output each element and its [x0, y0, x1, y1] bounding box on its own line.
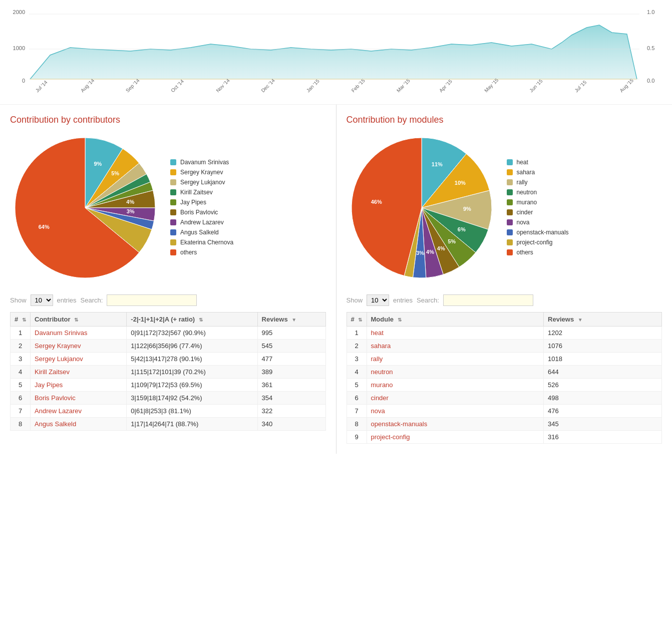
legend-color [170, 219, 176, 225]
col-module[interactable]: Module ⇅ [367, 313, 544, 327]
legend-item: Andrew Lazarev [170, 219, 233, 226]
svg-text:Jul '14: Jul '14 [35, 79, 49, 93]
svg-text:3%: 3% [127, 208, 135, 214]
col-stats[interactable]: -2|-1|+1|+2|A (+ ratio) ⇅ [127, 313, 257, 327]
table-row: 2 sahara 1076 [347, 340, 662, 353]
svg-text:0.5: 0.5 [647, 45, 654, 51]
row-module[interactable]: openstack-manuals [367, 418, 544, 431]
contributors-show-select[interactable]: 102550 [31, 294, 53, 306]
table-row: 8 openstack-manuals 345 [347, 418, 662, 431]
legend-color [170, 199, 176, 205]
contributors-search-input[interactable] [107, 294, 197, 306]
svg-text:4%: 4% [437, 245, 445, 251]
table-row: 1 Davanum Srinivas 0|91|172|732|567 (90.… [11, 327, 326, 340]
table-row: 6 cinder 498 [347, 392, 662, 405]
search-label-m: Search: [417, 296, 439, 304]
col-reviews[interactable]: Reviews ▼ [257, 313, 325, 327]
svg-text:3%: 3% [416, 250, 424, 256]
legend-color [507, 209, 513, 215]
modules-show-select[interactable]: 102550 [367, 294, 389, 306]
svg-text:1000: 1000 [13, 45, 26, 51]
table-row: 6 Boris Pavlovic 3|159|18|174|92 (54.2%)… [11, 392, 326, 405]
row-contributor[interactable]: Kirill Zaitsev [31, 366, 127, 379]
col-num[interactable]: # ⇅ [11, 313, 31, 327]
legend-item: rally [507, 179, 569, 186]
table-row: 5 Jay Pipes 1|109|79|172|53 (69.5%) 361 [11, 379, 326, 392]
row-num: 8 [11, 418, 31, 431]
col-num-m[interactable]: # ⇅ [347, 313, 367, 327]
row-stats: 0|91|172|732|567 (90.9%) [127, 327, 257, 340]
table-row: 8 Angus Salkeld 1|17|14|264|71 (88.7%) 3… [11, 418, 326, 431]
row-contributor[interactable]: Sergey Lukjanov [31, 353, 127, 366]
row-reviews: 995 [257, 327, 325, 340]
row-module[interactable]: project-config [367, 431, 544, 444]
row-num: 2 [11, 340, 31, 353]
legend-item: Kirill Zaitsev [170, 189, 233, 196]
legend-color [507, 179, 513, 185]
row-reviews: 1076 [544, 340, 662, 353]
legend-item: Sergey Lukjanov [170, 179, 233, 186]
row-module[interactable]: nova [367, 405, 544, 418]
legend-color [170, 169, 176, 175]
legend-label: others [517, 249, 533, 256]
row-num: 1 [347, 327, 367, 340]
legend-item: murano [507, 199, 569, 206]
svg-text:64%: 64% [39, 224, 50, 230]
legend-color [507, 189, 513, 195]
legend-color [170, 229, 176, 235]
legend-color [507, 239, 513, 245]
time-chart-section: 2000 1000 0 1.0 0.5 0.0 Jul '14 Aug '14 … [0, 0, 672, 105]
modules-search-input[interactable] [443, 294, 533, 306]
svg-text:46%: 46% [371, 199, 382, 205]
row-num: 7 [11, 405, 31, 418]
row-reviews: 1202 [544, 327, 662, 340]
legend-label: others [180, 249, 197, 256]
contributors-section: Contribution by contributors 9%5%4%3%64%… [0, 105, 336, 454]
legend-color [170, 249, 176, 255]
legend-color [507, 249, 513, 255]
legend-item: openstack-manuals [507, 229, 569, 236]
row-contributor[interactable]: Sergey Kraynev [31, 340, 127, 353]
legend-label: neutron [517, 189, 537, 196]
svg-text:0.0: 0.0 [647, 78, 654, 84]
row-num: 5 [347, 379, 367, 392]
svg-text:9%: 9% [94, 161, 102, 167]
legend-item: Jay Pipes [170, 199, 233, 206]
row-num: 6 [11, 392, 31, 405]
row-module[interactable]: cinder [367, 392, 544, 405]
modules-table: # ⇅ Module ⇅ Reviews ▼ 1 heat 1202 2 sah… [347, 312, 662, 444]
row-contributor[interactable]: Boris Pavlovic [31, 392, 127, 405]
row-stats: 3|159|18|174|92 (54.2%) [127, 392, 257, 405]
row-stats: 1|115|172|101|39 (70.2%) [127, 366, 257, 379]
legend-label: Davanum Srinivas [180, 159, 229, 166]
row-module[interactable]: sahara [367, 340, 544, 353]
row-num: 8 [347, 418, 367, 431]
row-module[interactable]: rally [367, 353, 544, 366]
svg-text:4%: 4% [426, 249, 434, 255]
svg-text:1.0: 1.0 [647, 9, 654, 15]
row-num: 2 [347, 340, 367, 353]
contributors-controls: Show 102550 entries Search: [10, 294, 326, 306]
row-stats: 5|42|13|417|278 (90.1%) [127, 353, 257, 366]
row-num: 9 [347, 431, 367, 444]
entries-label: entries [57, 296, 77, 304]
row-module[interactable]: heat [367, 327, 544, 340]
col-contributor[interactable]: Contributor ⇅ [31, 313, 127, 327]
legend-label: Sergey Kraynev [180, 169, 223, 176]
row-contributor[interactable]: Andrew Lazarev [31, 405, 127, 418]
svg-text:Nov '14: Nov '14 [215, 78, 231, 94]
legend-label: Boris Pavlovic [180, 209, 218, 216]
row-stats: 1|122|66|356|96 (77.4%) [127, 340, 257, 353]
row-reviews: 316 [544, 431, 662, 444]
row-contributor[interactable]: Jay Pipes [31, 379, 127, 392]
row-reviews: 498 [544, 392, 662, 405]
row-contributor[interactable]: Davanum Srinivas [31, 327, 127, 340]
row-module[interactable]: murano [367, 379, 544, 392]
row-contributor[interactable]: Angus Salkeld [31, 418, 127, 431]
row-module[interactable]: neutron [367, 366, 544, 379]
legend-label: sahara [517, 169, 535, 176]
col-reviews-m[interactable]: Reviews ▼ [544, 313, 662, 327]
row-reviews: 1018 [544, 353, 662, 366]
legend-color [170, 239, 176, 245]
legend-color [507, 219, 513, 225]
